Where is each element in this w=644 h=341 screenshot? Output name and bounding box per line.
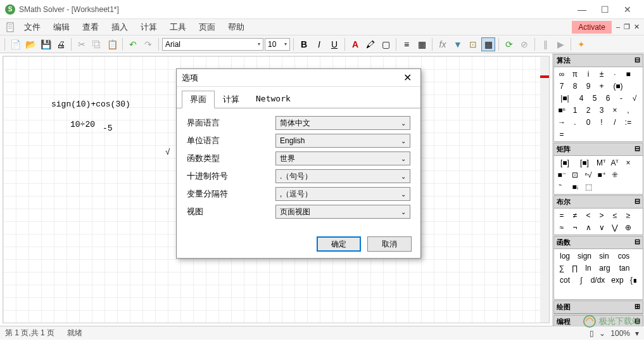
palette-button[interactable] xyxy=(582,286,595,298)
fx-icon[interactable]: fx xyxy=(436,37,450,51)
palette-button[interactable]: 1 xyxy=(569,105,581,116)
palette-button[interactable]: tan xyxy=(615,262,634,274)
palette-button[interactable]: / xyxy=(609,117,621,128)
child-minimize-button[interactable]: – xyxy=(614,23,622,31)
palette-button[interactable]: ■ xyxy=(622,68,635,80)
palette-button[interactable]: 3 xyxy=(595,105,608,116)
menu-5[interactable]: 工具 xyxy=(163,19,193,35)
zoom-level[interactable]: 100% xyxy=(610,329,630,338)
palette-button[interactable]: Aᵀ xyxy=(609,157,621,169)
palette-button[interactable]: ⊡ xyxy=(569,169,581,181)
menu-0[interactable]: 文件 xyxy=(18,19,47,35)
palette-button[interactable]: ■ⁿ xyxy=(555,105,568,116)
palette-button[interactable]: 0 xyxy=(582,117,595,128)
palette-button[interactable]: 9 xyxy=(582,80,595,92)
dialog-close-button[interactable]: ✕ xyxy=(400,72,415,84)
palette-button[interactable]: ln xyxy=(582,262,595,274)
palette-button[interactable]: × xyxy=(609,105,621,116)
palette-button[interactable]: ⋁ xyxy=(609,222,621,233)
palette-button[interactable] xyxy=(569,286,581,298)
settings-icon[interactable]: ✦ xyxy=(574,37,588,51)
copy-icon[interactable]: ⿻ xyxy=(90,37,104,51)
save-icon[interactable]: 💾 xyxy=(39,37,53,51)
palette-button[interactable]: ∙ xyxy=(609,68,621,80)
palette-button[interactable]: ≤ xyxy=(609,210,621,221)
vertical-scrollbar[interactable] xyxy=(540,56,549,323)
palette-button[interactable]: . xyxy=(569,117,581,128)
palette-button[interactable]: ! xyxy=(595,117,608,128)
palette-button[interactable]: √ xyxy=(628,93,641,104)
print-icon[interactable]: 🖨 xyxy=(54,37,68,51)
ok-button[interactable]: 确定 xyxy=(317,236,361,252)
form-select-3[interactable]: .（句号）⌄ xyxy=(275,169,410,183)
formula-expression[interactable]: sign(10)+cos(30) xyxy=(51,100,130,109)
palette-button[interactable]: ⁿ√ xyxy=(582,169,595,181)
panel-header[interactable]: 矩阵⊟ xyxy=(554,143,643,156)
palette-button[interactable] xyxy=(622,169,635,181)
menu-3[interactable]: 插入 xyxy=(105,19,134,35)
palette-button[interactable]: 4 xyxy=(575,93,588,104)
stop-icon[interactable]: ⊘ xyxy=(517,37,531,51)
dialog-tab-0[interactable]: 界面 xyxy=(182,91,215,108)
palette-button[interactable]: ± xyxy=(595,68,608,80)
palette-button[interactable]: = xyxy=(555,129,568,140)
palette-button[interactable]: := xyxy=(622,117,635,128)
palette-button[interactable]: ∑ xyxy=(555,262,568,274)
pause-icon[interactable]: ‖ xyxy=(538,37,552,51)
redo-icon[interactable]: ↷ xyxy=(141,37,155,51)
palette-button[interactable]: ■⁺ xyxy=(595,169,608,181)
palette-button[interactable] xyxy=(595,286,608,298)
new-icon[interactable]: 📄 xyxy=(8,37,22,51)
palette-button[interactable]: → xyxy=(555,117,568,128)
activate-button[interactable]: Activate xyxy=(572,21,612,34)
palette-button[interactable]: cos xyxy=(614,250,633,262)
palette-button[interactable]: ∏ xyxy=(569,262,581,274)
panel-header[interactable]: 绘图⊞ xyxy=(554,301,643,314)
dialog-tab-1[interactable]: 计算 xyxy=(215,91,248,108)
palette-button[interactable]: 2 xyxy=(582,105,595,116)
palette-button[interactable]: ∧ xyxy=(582,222,595,233)
align-icon[interactable]: ≡ xyxy=(400,37,414,51)
form-select-4[interactable]: ,（逗号）⌄ xyxy=(275,187,410,201)
underline-button[interactable]: U xyxy=(327,37,341,51)
unit-icon[interactable]: ⊡ xyxy=(466,37,480,51)
font-size-select[interactable]: 10▾ xyxy=(265,38,290,51)
border-icon[interactable]: ▢ xyxy=(379,37,393,51)
palette-button[interactable]: - xyxy=(615,93,628,104)
palette-button[interactable]: ■ᵢ xyxy=(569,181,581,193)
open-icon[interactable]: 📂 xyxy=(23,37,37,51)
palette-button[interactable]: 5 xyxy=(588,93,601,104)
formula-expression[interactable]: 10÷20-5 xyxy=(70,120,105,129)
mode-dropdown[interactable]: ⌄ xyxy=(599,329,605,338)
palette-button[interactable]: π xyxy=(569,68,581,80)
panel-header[interactable]: 函数⊟ xyxy=(554,236,643,249)
highlight-icon[interactable]: 🖍 xyxy=(363,37,377,51)
palette-button[interactable]: d/dx xyxy=(588,274,607,286)
minimize-button[interactable]: — xyxy=(571,1,593,18)
palette-button[interactable]: 7 xyxy=(555,80,568,92)
dialog-tab-2[interactable]: Network xyxy=(248,91,299,108)
play-icon[interactable]: ▶ xyxy=(553,37,567,51)
palette-button[interactable]: ᷁ xyxy=(555,181,568,193)
font-color-icon[interactable]: A xyxy=(348,37,362,51)
palette-button[interactable]: {∎ xyxy=(628,274,640,286)
palette-button[interactable]: ⬚ xyxy=(582,181,595,193)
palette-button[interactable]: cot xyxy=(555,274,574,286)
palette-button[interactable]: ≠ xyxy=(569,210,581,221)
palette-button[interactable]: sign xyxy=(575,250,594,262)
close-button[interactable]: ✕ xyxy=(616,1,639,18)
palette-button[interactable]: , xyxy=(622,105,635,116)
paste-icon[interactable]: 📋 xyxy=(105,37,119,51)
palette-button[interactable]: = xyxy=(555,210,568,221)
palette-button[interactable]: [■] xyxy=(575,157,594,169)
mode-indicator[interactable]: ▯ xyxy=(590,329,594,338)
menu-1[interactable]: 编辑 xyxy=(47,19,76,35)
menu-4[interactable]: 计算 xyxy=(134,19,163,35)
palette-button[interactable]: ∨ xyxy=(595,222,608,233)
palette-button[interactable]: ⊕ xyxy=(622,222,635,233)
maximize-button[interactable]: ☐ xyxy=(593,1,616,18)
palette-button[interactable]: ≈ xyxy=(555,222,568,233)
filter-icon[interactable]: ▼ xyxy=(451,37,465,51)
palette-button[interactable]: ∞ xyxy=(555,68,568,80)
palette-button[interactable]: |■| xyxy=(555,93,574,104)
